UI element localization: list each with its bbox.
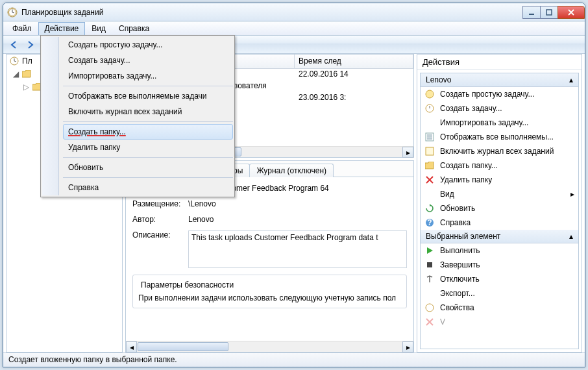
clock-icon xyxy=(9,56,19,66)
menu-file[interactable]: Файл xyxy=(6,22,38,35)
action-view[interactable]: Вид▸ xyxy=(421,187,578,201)
svg-rect-19 xyxy=(427,262,432,267)
help-icon: ? xyxy=(424,217,435,228)
status-bar: Создает вложенную папку в выбранной папк… xyxy=(3,352,585,367)
action-show-running[interactable]: Отображать все выполняемы... xyxy=(421,130,578,144)
dd-import-task[interactable]: Импортировать задачу... xyxy=(63,68,233,84)
action-help[interactable]: ?Справка xyxy=(421,216,578,230)
props-icon xyxy=(424,302,435,313)
label-location: Размещение: xyxy=(132,199,188,208)
action-refresh[interactable]: Обновить xyxy=(421,201,578,216)
svg-text:?: ? xyxy=(427,218,432,227)
col-nextrun[interactable]: Время след xyxy=(295,55,413,68)
value-description[interactable]: This task uploads Customer Feedback Prog… xyxy=(188,230,407,268)
scroll-thumb[interactable] xyxy=(138,342,228,351)
dd-create-folder[interactable]: Создать папку... xyxy=(63,124,233,140)
task-icon xyxy=(424,103,435,114)
play-icon xyxy=(424,245,435,256)
dd-show-running[interactable]: Отображать все выполняемые задачи xyxy=(63,88,233,104)
submenu-arrow-icon: ▸ xyxy=(570,190,574,199)
nav-forward-button[interactable] xyxy=(23,38,38,52)
window-title: Планировщик заданий xyxy=(21,8,523,17)
action-end[interactable]: Завершить xyxy=(421,258,578,272)
folder-icon xyxy=(424,160,435,171)
scroll-left-arrow[interactable]: ◂ xyxy=(126,341,137,352)
close-button[interactable] xyxy=(557,6,585,19)
security-text: При выполнении задачи использовать следу… xyxy=(138,293,401,302)
dd-enable-log[interactable]: Включить журнал всех заданий xyxy=(63,104,233,119)
dd-refresh[interactable]: Обновить xyxy=(63,160,233,175)
label-author: Автор: xyxy=(132,215,188,224)
blank-icon xyxy=(424,288,435,299)
value-location: \Lenovo xyxy=(188,199,407,208)
action-export[interactable]: Экспорт... xyxy=(421,286,578,301)
label-description: Описание: xyxy=(132,230,188,240)
log-icon xyxy=(424,146,435,156)
menu-help[interactable]: Справка xyxy=(112,22,156,35)
action-create-folder[interactable]: Создать папку... xyxy=(421,158,578,173)
action-create-task[interactable]: Создать задачу... xyxy=(421,101,578,116)
minimize-button[interactable] xyxy=(522,6,541,19)
blank-icon xyxy=(424,189,435,199)
security-title: Параметры безопасности xyxy=(138,280,236,290)
title-bar[interactable]: Планировщик заданий xyxy=(3,3,585,21)
svg-rect-16 xyxy=(426,147,434,155)
delete-icon xyxy=(424,175,435,185)
action-delete-trunc[interactable]: V xyxy=(421,315,578,329)
action-run[interactable]: Выполнить xyxy=(421,243,578,258)
nav-back-button[interactable] xyxy=(6,38,21,52)
refresh-icon xyxy=(424,203,435,214)
svg-point-9 xyxy=(426,90,434,98)
folder-icon xyxy=(21,69,32,79)
actions-group-selected[interactable]: Выбранный элемент ▴ xyxy=(421,230,578,243)
menu-bar: Файл Действие Вид Справка xyxy=(3,21,585,36)
svg-rect-4 xyxy=(529,14,534,15)
dd-create-task[interactable]: Создать задачу... xyxy=(63,53,233,68)
scroll-right-arrow[interactable]: ▸ xyxy=(402,147,413,158)
general-form: Имя: Lenovo Customer Feedback Program 64… xyxy=(126,177,413,341)
menu-view[interactable]: Вид xyxy=(85,22,112,35)
action-disable[interactable]: Отключить xyxy=(421,272,578,286)
collapse-icon: ▴ xyxy=(569,75,573,84)
delete-icon xyxy=(424,317,435,327)
action-import[interactable]: Импортировать задачу... xyxy=(421,116,578,130)
tree-root-label: Пл xyxy=(22,56,32,66)
dd-delete-folder[interactable]: Удалить папку xyxy=(63,140,233,155)
dd-separator xyxy=(63,177,233,178)
actions-group-lenovo[interactable]: Lenovo ▴ xyxy=(421,73,578,87)
import-icon xyxy=(424,117,435,128)
svg-point-20 xyxy=(426,304,434,312)
maximize-button[interactable] xyxy=(540,6,558,19)
scroll-right-arrow[interactable]: ▸ xyxy=(402,341,413,352)
value-author: Lenovo xyxy=(188,215,407,224)
dd-help[interactable]: Справка xyxy=(63,180,233,195)
action-enable-log[interactable]: Включить журнал всех заданий xyxy=(421,144,578,158)
detail-hscrollbar[interactable]: ◂ ▸ xyxy=(126,341,413,352)
dd-separator xyxy=(63,157,233,158)
svg-rect-5 xyxy=(546,10,552,15)
dd-separator xyxy=(63,86,233,86)
collapse-icon: ▴ xyxy=(569,232,573,241)
list-icon xyxy=(424,132,435,142)
menu-action[interactable]: Действие xyxy=(38,22,86,35)
action-delete-folder[interactable]: Удалить папку xyxy=(421,173,578,187)
security-fieldset: Параметры безопасности При выполнении за… xyxy=(132,275,407,308)
action-properties[interactable]: Свойства xyxy=(421,301,578,315)
actions-pane: Действия Lenovo ▴ Создать простую задачу… xyxy=(417,54,582,352)
dd-create-basic-task[interactable]: Создать простую задачу... xyxy=(63,37,233,53)
app-icon xyxy=(7,7,18,18)
actions-title: Действия xyxy=(417,55,582,70)
app-window: Планировщик заданий Файл Действие Вид Сп… xyxy=(3,3,585,367)
dd-separator xyxy=(63,121,233,122)
stop-icon xyxy=(424,260,435,270)
action-dropdown-menu: Создать простую задачу... Создать задачу… xyxy=(40,35,235,197)
disable-icon xyxy=(424,274,435,284)
wizard-icon xyxy=(424,89,435,99)
action-create-basic[interactable]: Создать простую задачу... xyxy=(421,87,578,101)
tab-history[interactable]: Журнал (отключен) xyxy=(249,164,334,177)
